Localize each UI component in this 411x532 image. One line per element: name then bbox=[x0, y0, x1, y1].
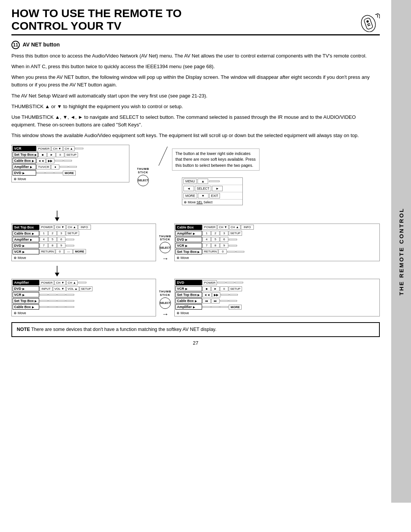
box1: Set Top Box POWER CH ▼ CH ▲ INFO Cable B… bbox=[11, 224, 156, 261]
box1-4: 4 bbox=[40, 237, 48, 242]
box2-5: 5 bbox=[211, 237, 220, 242]
av-btn-a4 bbox=[68, 166, 77, 168]
av-label-vcr: VCR bbox=[13, 146, 36, 151]
av-btn-ff: ▶▶ bbox=[46, 158, 54, 163]
box3-f1 bbox=[40, 300, 48, 302]
box3-f4 bbox=[66, 300, 74, 302]
box3-empty bbox=[78, 282, 86, 283]
box1-9: 9 bbox=[57, 243, 65, 248]
av-btn-rew: ◄◄ bbox=[37, 158, 46, 163]
svg-rect-4 bbox=[368, 24, 371, 26]
box2-8: 8 bbox=[211, 243, 220, 248]
svg-rect-3 bbox=[367, 23, 370, 25]
av-btn-stop: ■ bbox=[38, 152, 47, 157]
box4-e31 bbox=[220, 300, 228, 302]
av-btn-more: MORE bbox=[63, 171, 76, 176]
diagram-area: VCR POWER CH ▼ CH ▲ Set Top Box ▶ ■ ► bbox=[11, 145, 380, 318]
avbox-row-1: Set Top Box ▶ ■ ► II SETUP bbox=[13, 152, 128, 157]
box1-more: MORE bbox=[73, 249, 86, 254]
box4-stop: ■ bbox=[202, 286, 211, 291]
box1-container: Set Top Box POWER CH ▼ CH ▲ INFO Cable B… bbox=[11, 224, 156, 261]
av-btn-pause: II bbox=[56, 152, 64, 157]
box4-title: DVD bbox=[175, 280, 202, 285]
avbox-row-2: Cable Box ▶ ◄◄ ▶▶ bbox=[13, 158, 128, 163]
av-btn-e4 bbox=[64, 160, 72, 161]
note-box: NOTE There are some devices that don't h… bbox=[11, 322, 380, 337]
down-arrow-svg-1 bbox=[53, 211, 61, 222]
av-btn-empty1 bbox=[75, 148, 83, 149]
av-label-amplifier: Amplifier ▶ bbox=[13, 164, 36, 169]
box4-r1: VCR ▶ ■ ► II SETUP bbox=[175, 286, 379, 291]
box2-return: RETURN bbox=[202, 249, 218, 254]
diagram-row-1: Set Top Box POWER CH ▼ CH ▲ INFO Cable B… bbox=[11, 224, 380, 263]
box4-play: ► bbox=[211, 286, 220, 291]
box1-setup: SETUP bbox=[66, 231, 79, 236]
box3-g1 bbox=[40, 306, 48, 308]
box4-skipback: ⏮ bbox=[202, 299, 211, 304]
avbox-row-4: DVD ▶ MORE bbox=[13, 170, 128, 176]
av-btn-play: ► bbox=[47, 152, 56, 157]
menu-cell-left: ◄ bbox=[183, 186, 194, 191]
svg-marker-7 bbox=[55, 217, 59, 221]
top-avbox: VCR POWER CH ▼ CH ▲ Set Top Box ▶ ■ ► bbox=[11, 145, 129, 182]
av-btn-dot: ● bbox=[51, 165, 59, 169]
box3-header: Amplifier POWER CH ▼ CH ▲ bbox=[13, 280, 155, 285]
box1-r1: Cable Box ▶ 1 2 3 SETUP bbox=[13, 231, 155, 236]
box1-dash: — bbox=[64, 249, 73, 254]
box2-0: 0 bbox=[218, 249, 227, 254]
menu-cell-more: MORE bbox=[183, 193, 197, 198]
box4-e3 bbox=[235, 282, 243, 283]
av-label-settopbox: Set Top Box ▶ bbox=[13, 152, 38, 157]
menu-row-1: ◄ SELECT ► bbox=[182, 185, 242, 192]
box1-0: 0 bbox=[56, 249, 64, 254]
box2-e44 bbox=[236, 251, 244, 252]
box1-return: RETURN bbox=[40, 249, 55, 254]
box1-e42 bbox=[66, 245, 74, 246]
av-btn-d3 bbox=[54, 172, 62, 174]
box2-6: 6 bbox=[220, 237, 228, 242]
right-arrow-r2: → bbox=[162, 310, 169, 318]
thumbstick-area-top: THUMBSTICK SELECT bbox=[137, 168, 149, 186]
box3-e4 bbox=[66, 294, 74, 296]
av-btn-setup: SETUP bbox=[65, 152, 78, 157]
box2-title: Cable Box bbox=[175, 225, 202, 230]
av-label-cablebox: Cable Box ▶ bbox=[13, 158, 36, 163]
box3-e1 bbox=[40, 294, 48, 296]
menu-cell-right: ► bbox=[212, 186, 223, 191]
body-para-5: THUMBSTICK ▲ or ▼ to highlight the equip… bbox=[11, 103, 380, 110]
box1-l2: Amplifier ▶ bbox=[13, 237, 39, 242]
box3-title: Amplifier bbox=[13, 280, 39, 285]
av-btn-chdown: CH ▼ bbox=[51, 146, 63, 151]
svg-marker-9 bbox=[55, 273, 59, 276]
box3: Amplifier POWER CH ▼ CH ▲ DVD ▶ INPUT VO… bbox=[11, 279, 156, 316]
box3-r4: Cable Box ▶ bbox=[13, 304, 155, 310]
box4-e2 bbox=[226, 282, 234, 283]
box3-chup: CH ▲ bbox=[66, 280, 78, 285]
down-arrows-row2 bbox=[11, 266, 380, 277]
box3-voldown: VOL ▼ bbox=[53, 286, 66, 291]
svg-line-5 bbox=[159, 147, 167, 166]
menu-cell-empty bbox=[209, 181, 220, 182]
svg-point-2 bbox=[366, 20, 369, 23]
menu-row-2: MORE ▼ EXIT bbox=[182, 192, 242, 200]
box2-r2: DVD ▶ 4 5 6 bbox=[175, 237, 379, 242]
box1-l1: Cable Box ▶ bbox=[13, 231, 39, 236]
av-btn-e3 bbox=[55, 160, 63, 161]
box2-header: Cable Box POWER CH ▼ CH ▲ INFO bbox=[175, 225, 379, 230]
body-para-6: Use THUMBSTICK ▲, ▼, ◄, ► to navigate an… bbox=[11, 113, 380, 129]
box4-l3: Cable Box ▶ bbox=[175, 298, 202, 304]
body-para-4: The AV Net Setup Wizard will automatical… bbox=[11, 92, 380, 100]
thumbstick-r1: THUMBSTICK SELECT bbox=[159, 235, 171, 254]
box4-r4: Amplifier ▶ MORE bbox=[175, 304, 379, 310]
box2-l3: VCR ▶ bbox=[175, 243, 202, 248]
avbox-row-0: VCR POWER CH ▼ CH ▲ bbox=[13, 146, 128, 151]
body-para-2: When in ANT C, press this button twice t… bbox=[11, 63, 380, 70]
av-btn-tvcvr: TV/VCR bbox=[37, 165, 51, 169]
box2-4: 4 bbox=[202, 237, 211, 242]
body-para-3: When you press the AV NET button, the fo… bbox=[11, 73, 380, 89]
box2-r4: Set Top Box ▶ RETURN 0 bbox=[175, 249, 379, 254]
box3-g2 bbox=[48, 306, 57, 308]
thumbstick-area-r1: THUMBSTICK SELECT → bbox=[159, 235, 171, 263]
box3-l4: Cable Box ▶ bbox=[13, 304, 39, 310]
right-arrow-r1: → bbox=[162, 255, 169, 263]
